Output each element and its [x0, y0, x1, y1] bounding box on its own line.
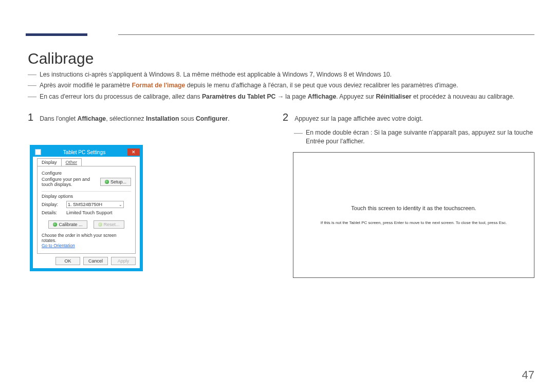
- t-bold: Paramètres du Tablet PC: [202, 93, 275, 100]
- reset-button[interactable]: Reset...: [94, 220, 124, 229]
- header-accent-bar: [26, 33, 87, 36]
- format-image-highlight: Format de l'image: [132, 82, 186, 89]
- intro-list: ― Les instructions ci-après s'appliquent…: [28, 70, 534, 103]
- setup-button[interactable]: Setup...: [100, 178, 131, 186]
- intro-text-3: En cas d'erreur lors du processus de cal…: [40, 92, 514, 101]
- details-value: Limited Touch Support: [66, 210, 112, 215]
- setup-button-label: Setup...: [110, 179, 126, 184]
- step-2-sub-note: ― En mode double écran : Si la page suiv…: [294, 128, 534, 146]
- dash-icon: ―: [294, 128, 303, 146]
- close-button[interactable]: ✕: [127, 148, 140, 156]
- cancel-button[interactable]: Cancel: [83, 257, 108, 265]
- t: Après avoir modifié le paramètre: [40, 82, 132, 89]
- t-bold: Réinitialiser: [376, 93, 411, 100]
- step-2: 2 Appuyez sur la page affichée avec votr…: [283, 112, 534, 122]
- t: En cas d'erreur lors du processus de cal…: [40, 93, 202, 100]
- tablet-pc-settings-dialog: Tablet PC Settings ✕ Display Other Confi…: [30, 145, 143, 271]
- orientation-section: Choose the order in which your screen ro…: [42, 233, 131, 248]
- dash-icon: ―: [28, 92, 36, 101]
- header-divider: [118, 34, 534, 35]
- calibrate-icon: [53, 222, 57, 227]
- step-1: 1 Dans l'onglet Affichage, sélectionnez …: [28, 112, 262, 122]
- ok-button[interactable]: OK: [55, 257, 80, 265]
- configure-label: Configure: [42, 171, 131, 176]
- intro-item-3: ― En cas d'erreur lors du processus de c…: [28, 92, 534, 101]
- intro-item-1: ― Les instructions ci-après s'appliquent…: [28, 70, 534, 79]
- step-number-2: 2: [283, 112, 288, 122]
- touch-main-text: Touch this screen to identity it as the …: [351, 205, 476, 211]
- reset-button-label: Reset...: [104, 222, 120, 227]
- t: , sélectionnez: [106, 115, 146, 122]
- dialog-tabs: Display Other: [37, 158, 136, 166]
- t-bold: Affichage: [308, 93, 337, 100]
- step-number-1: 1: [28, 112, 33, 122]
- step-1-text: Dans l'onglet Affichage, sélectionnez In…: [40, 115, 229, 122]
- dash-icon: ―: [28, 81, 36, 90]
- touch-screen-box: Touch this screen to identity it as the …: [293, 152, 534, 278]
- dialog-title: Tablet PC Settings: [41, 150, 127, 155]
- t: et procédez à nouveau au calibrage.: [412, 93, 515, 100]
- t: .: [228, 115, 229, 122]
- t: Dans l'onglet: [40, 115, 77, 122]
- page-title: Calibrage: [28, 50, 94, 67]
- column-right: 2 Appuyez sur la page affichée avec votr…: [283, 112, 534, 278]
- dialog-app-icon: [35, 149, 41, 155]
- orientation-link[interactable]: Go to Orientation: [42, 243, 75, 248]
- intro-text-1: Les instructions ci-après s'appliquent à…: [40, 70, 392, 79]
- dash-icon: ―: [28, 70, 36, 79]
- calibrate-button[interactable]: Calibrate ...: [48, 220, 87, 229]
- dialog-body: Display Other Configure Configure your p…: [33, 157, 140, 268]
- intro-text-2: Après avoir modifié le paramètre Format …: [40, 81, 458, 90]
- configure-text: Configure your pen and touch displays.: [42, 177, 96, 187]
- t-bold: Affichage: [78, 115, 106, 122]
- sub-note-text: En mode double écran : Si la page suivan…: [306, 128, 534, 146]
- tab-panel-display: Configure Configure your pen and touch d…: [37, 166, 136, 254]
- details-label: Details:: [42, 210, 66, 215]
- tab-other-label: Other: [66, 160, 78, 165]
- t: depuis le menu d'affichage à l'écran, il…: [185, 82, 458, 89]
- setup-icon: [105, 180, 109, 184]
- calibrate-button-label: Calibrate ...: [59, 222, 82, 227]
- intro-item-2: ― Après avoir modifié le paramètre Forma…: [28, 81, 534, 90]
- page-number: 47: [522, 368, 534, 382]
- dialog-titlebar: Tablet PC Settings ✕: [33, 148, 140, 157]
- step-2-text: Appuyez sur la page affichée avec votre …: [294, 115, 423, 122]
- display-select-value: 1. SMS24B750H: [68, 202, 102, 207]
- display-label: Display:: [42, 202, 66, 207]
- tab-other[interactable]: Other: [61, 158, 82, 166]
- touch-sub-text: If this is not the Tablet PC screen, pre…: [321, 220, 507, 225]
- display-options-label: Display options: [42, 194, 131, 199]
- t: sous: [179, 115, 196, 122]
- apply-button[interactable]: Apply: [111, 257, 136, 265]
- t-bold: Installation: [146, 115, 179, 122]
- reset-icon: [98, 222, 102, 227]
- order-text: Choose the order in which your screen ro…: [42, 233, 131, 243]
- t: . Appuyez sur: [336, 93, 376, 100]
- display-select[interactable]: 1. SMS24B750H ⌄: [66, 201, 124, 208]
- t: → la page: [275, 93, 307, 100]
- t-bold: Configurer: [196, 115, 228, 122]
- tab-display[interactable]: Display: [37, 158, 62, 166]
- dialog-footer: OK Cancel Apply: [37, 254, 136, 265]
- chevron-down-icon: ⌄: [119, 202, 122, 207]
